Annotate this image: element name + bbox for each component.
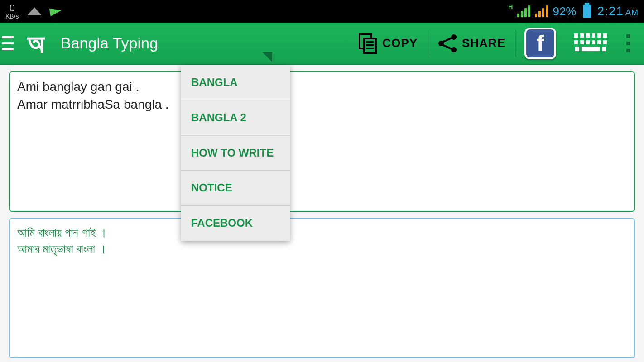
net-speed-unit: KB/s (5, 13, 19, 19)
wifi-icon (27, 7, 42, 15)
dropdown-item-bangla[interactable]: BANGLA (181, 65, 290, 100)
send-icon (49, 6, 62, 16)
facebook-button[interactable]: f (524, 28, 556, 59)
net-speed-value: 0 (10, 3, 15, 13)
menu-button[interactable] (0, 22, 15, 65)
share-label: SHARE (462, 36, 505, 50)
network-type-label: H (508, 3, 513, 10)
dropdown-item-howto[interactable]: HOW TO WRITE (181, 136, 290, 171)
copy-icon (359, 33, 377, 54)
app-logo-icon: অ (18, 28, 53, 59)
status-right: H 92% 2:21AM (508, 4, 639, 19)
clock: 2:21AM (597, 4, 639, 19)
overflow-menu-button[interactable] (621, 34, 635, 52)
battery-percentage: 92% (553, 5, 576, 19)
signal-bars-2-icon (535, 5, 548, 17)
status-left: 0 KB/s (5, 3, 62, 19)
clock-ampm: AM (625, 8, 639, 17)
signal-bars-1-icon (517, 5, 530, 17)
dropdown-item-facebook[interactable]: FACEBOOK (181, 206, 290, 241)
copy-label: COPY (382, 36, 418, 50)
dropdown-item-notice[interactable]: NOTICE (181, 171, 290, 206)
dropdown-item-bangla2[interactable]: BANGLA 2 (181, 100, 290, 136)
app-title: Bangla Typing (61, 34, 158, 52)
keyboard-button[interactable] (574, 33, 607, 53)
dropdown-arrow-icon (262, 52, 272, 62)
android-status-bar: 0 KB/s H 92% 2:21AM (0, 0, 644, 23)
mode-spinner[interactable] (194, 22, 294, 65)
facebook-icon: f (537, 31, 544, 56)
app-toolbar: অ Bangla Typing COPY SHARE f (0, 23, 644, 65)
mode-dropdown-menu: BANGLA BANGLA 2 HOW TO WRITE NOTICE FACE… (181, 65, 290, 241)
output-textarea[interactable]: আমি বাংলায় গান গাই । আমার মাতৃভাষা বাংল… (9, 218, 635, 358)
copy-button[interactable]: COPY (349, 30, 428, 57)
clock-time: 2:21 (597, 4, 624, 18)
input-textarea[interactable]: Ami banglay gan gai . Amar matrribhaSa b… (9, 71, 635, 212)
battery-icon (583, 5, 591, 18)
toolbar-actions: COPY SHARE f (349, 23, 639, 64)
content-area: Ami banglay gan gai . Amar matrribhaSa b… (0, 65, 644, 362)
share-button[interactable]: SHARE (428, 30, 516, 57)
network-speed-indicator: 0 KB/s (5, 3, 19, 19)
share-icon (438, 34, 457, 52)
